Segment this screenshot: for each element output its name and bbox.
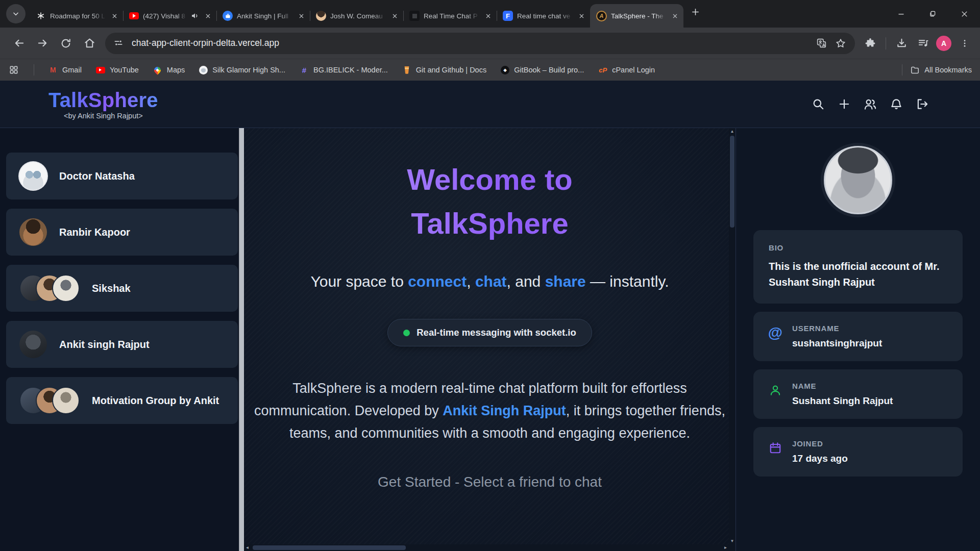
toolbar-right-cluster: A [859,35,973,52]
forward-button[interactable] [31,32,54,55]
folder-icon [910,65,920,75]
tab-close-icon[interactable] [390,11,399,20]
chat-list-item[interactable]: Motivation Group by Ankit [6,377,238,424]
tab-audio-speaker-icon[interactable] [191,12,199,20]
downloads-icon[interactable] [893,35,910,52]
translate-icon[interactable] [815,37,827,49]
bookmark-youtube[interactable]: YouTube [96,66,139,74]
window-maximize-button[interactable] [917,0,948,28]
browser-tab-4[interactable]: Josh W. Comeau [310,4,403,28]
main-horizontal-scrollbar[interactable]: ◄ ► [244,544,729,551]
subtitle-text: Your space to [310,273,408,290]
scroll-right-arrow-icon[interactable]: ► [722,544,729,551]
tab-close-icon[interactable] [203,11,212,20]
tab-close-icon[interactable] [670,11,679,20]
maps-pin-icon [153,65,162,74]
group-avatar [19,274,80,302]
bookmark-git-github-docs[interactable]: Git and Github | Docs [402,65,486,74]
window-close-button[interactable] [948,0,980,28]
name-card: NAME Sushant Singh Rajput [753,369,963,419]
search-icon[interactable] [811,97,825,111]
chat-list-item[interactable]: Ranbir Kapoor [6,209,238,256]
bookmark-maps[interactable]: Maps [153,65,185,74]
gmail-icon: M [48,65,58,74]
profile-panel: BIO This is the unofficial account of Mr… [736,128,980,551]
avatar [19,218,47,246]
chat-list-item[interactable]: Sikshak [6,265,238,312]
new-tab-button[interactable] [687,3,704,20]
logo-block[interactable]: TalkSphere <by Ankit Singh Rajput> [48,89,158,120]
browser-tab-5[interactable]: Real Time Chat P [403,4,497,28]
scrollbar-thumb[interactable] [253,545,406,550]
back-button[interactable] [7,32,31,55]
all-bookmarks-area: All Bookmarks [902,64,972,76]
git-docs-icon [402,65,411,74]
browser-window: Roadmap for 50 L (427) Vishal 8 Ankit Si… [0,0,980,551]
logout-icon[interactable] [915,97,929,111]
tab-close-icon[interactable] [110,11,119,20]
users-icon[interactable] [863,97,877,111]
chat-list-item[interactable]: Doctor Natasha [6,153,238,199]
bookmarks-divider [34,64,34,76]
tab-title: TalkSphere - The [611,12,666,20]
bookmark-silk-glamor[interactable]: Silk Glamor High Sh... [199,66,285,74]
browser-tab-active-talksphere[interactable]: A TalkSphere - The [590,4,683,28]
bookmark-bg-ibelick[interactable]: # BG.IBELICK - Moder... [300,65,388,74]
new-chat-plus-icon[interactable] [837,97,851,111]
window-minimize-button[interactable] [885,0,917,28]
browser-profile-avatar[interactable]: A [936,36,951,51]
browser-tab-2[interactable]: (427) Vishal 8 [123,4,216,28]
all-bookmarks-button[interactable]: All Bookmarks [910,65,972,75]
apps-grid-icon[interactable] [8,64,19,76]
scroll-left-arrow-icon[interactable]: ◄ [244,544,251,551]
briefcase-icon [223,11,233,21]
extensions-puzzle-icon[interactable] [862,35,878,52]
chat-list-item[interactable]: Ankit singh Rajput [6,321,238,368]
browser-menu-kebab-icon[interactable] [957,35,973,52]
group-avatar [19,387,80,414]
subtitle-text: , [467,273,475,290]
bookmark-gitbook[interactable]: ◆ GitBook – Build pro... [501,66,584,74]
sidebar-scrollbar[interactable] [239,128,244,551]
bookmarks-bar: M Gmail YouTube Maps Silk Glamor High Sh… [0,59,980,81]
gitbook-icon: ◆ [501,66,509,74]
browser-tab-6[interactable]: F Real time chat ve [497,4,590,28]
url-text[interactable]: chat-app-client-orpin-delta.vercel.app [132,38,808,48]
tab-title: Josh W. Comeau [330,12,386,20]
profile-photo[interactable] [824,146,892,214]
name-value: Sushant Singh Rajput [792,395,893,407]
bookmark-label: cPanel Login [612,66,655,74]
bio-card: BIO This is the unofficial account of Mr… [753,230,963,304]
media-controls-icon[interactable] [915,35,931,52]
person-icon [768,383,783,398]
avatar [19,331,47,358]
developer-link[interactable]: Ankit Singh Rajput [443,403,566,418]
tab-search-button[interactable] [6,4,26,23]
site-info-icon[interactable] [113,38,125,49]
address-bar[interactable]: chat-app-client-orpin-delta.vercel.app [105,33,855,54]
bookmark-gmail[interactable]: M Gmail [48,65,82,74]
cpanel-icon: cP [598,65,607,74]
browser-toolbar: chat-app-client-orpin-delta.vercel.app [0,28,980,59]
welcome-subtitle: Your space to connect, chat, and share —… [244,272,736,291]
welcome-panel: Welcome to TalkSphere Your space to conn… [244,128,736,551]
scroll-up-arrow-icon[interactable]: ▲ [729,128,736,135]
subtitle-text: , and [507,273,545,290]
tab-close-icon[interactable] [483,11,493,20]
bookmark-star-icon[interactable] [835,37,847,49]
bookmark-label: Gmail [62,66,82,74]
notifications-bell-icon[interactable] [889,97,903,111]
scrollbar-thumb[interactable] [730,136,734,228]
main-vertical-scrollbar[interactable]: ▲ ▼ [729,128,736,544]
browser-tab-3[interactable]: Ankit Singh | Full [216,4,310,28]
tab-close-icon[interactable] [297,11,306,20]
avatar [19,162,47,190]
tab-close-icon[interactable] [577,11,586,20]
bookmark-label: YouTube [110,66,139,74]
joined-label: JOINED [792,439,848,448]
reload-button[interactable] [54,32,78,55]
bookmark-cpanel[interactable]: cP cPanel Login [598,65,655,74]
browser-tab-1[interactable]: Roadmap for 50 L [30,4,123,28]
scroll-down-arrow-icon[interactable]: ▼ [729,538,736,544]
home-button[interactable] [78,32,101,55]
